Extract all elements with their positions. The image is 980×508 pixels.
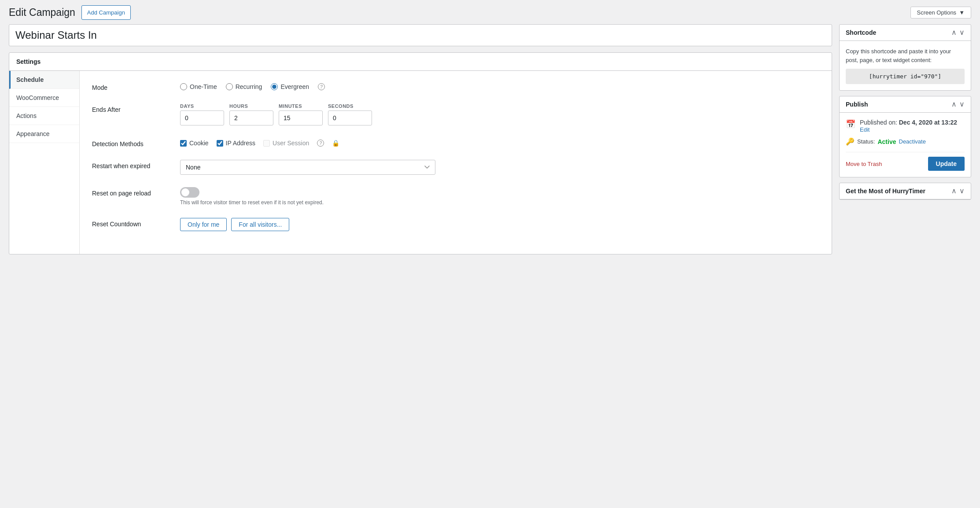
detection-help-icon[interactable]: ? [317,140,324,147]
publish-widget: Publish ∧ ∨ 📅 Published on: Dec 4, 2020 … [839,96,971,177]
reset-countdown-row: Reset Countdown Only for me For all visi… [92,218,819,231]
ip-address-checkbox[interactable] [217,140,223,147]
screen-options-button[interactable]: Screen Options ▼ [910,7,971,18]
seconds-label: SECONDS [328,103,372,109]
ends-after-row: Ends After DAYS HOURS [92,103,819,125]
shortcode-widget-header: Shortcode ∧ ∨ [840,25,971,41]
toggle-row [180,187,819,198]
page-title: Edit Campaign [9,7,75,18]
shortcode-collapse-button[interactable]: ∧ [951,29,957,36]
left-panel: Settings Schedule WooCommerce Actions Ap… [9,24,832,254]
shortcode-widget: Shortcode ∧ ∨ Copy this shortcode and pa… [839,24,971,91]
status-value: Active [877,138,896,145]
cookie-checkbox-label[interactable]: Cookie [180,140,209,147]
publish-date-row: 📅 Published on: Dec 4, 2020 at 13:22 Edi… [846,119,965,133]
reset-countdown-buttons: Only for me For all visitors... [180,218,819,231]
get-most-title: Get the Most of HurryTimer [846,188,925,195]
publish-expand-button[interactable]: ∨ [959,101,965,108]
reset-countdown-content: Only for me For all visitors... [180,218,819,231]
shortcode-description: Copy this shortcode and paste it into yo… [846,47,965,64]
restart-when-expired-select[interactable]: None [180,160,435,175]
publish-date-info: Published on: Dec 4, 2020 at 13:22 Edit [860,119,957,133]
mode-evergreen-radio[interactable] [271,83,278,90]
ends-after-content: DAYS HOURS MINUTES [180,103,819,125]
ends-after-label: Ends After [92,103,171,113]
get-most-widget-controls: ∧ ∨ [951,188,965,195]
minutes-input[interactable] [279,110,323,125]
shortcode-title: Shortcode [846,29,876,36]
time-inputs: DAYS HOURS MINUTES [180,103,819,125]
mode-one-time[interactable]: One-Time [180,83,217,90]
reset-page-reload-toggle[interactable] [180,187,199,198]
get-most-widget-header: Get the Most of HurryTimer ∧ ∨ [840,183,971,199]
sidebar-item-actions[interactable]: Actions [9,107,79,125]
sidebar-item-appearance[interactable]: Appearance [9,125,79,143]
top-bar: Edit Campaign Add Campaign Screen Option… [0,0,980,24]
deactivate-link[interactable]: Deactivate [899,138,926,145]
only-for-me-button[interactable]: Only for me [180,218,227,231]
settings-sidebar: Schedule WooCommerce Actions Appearance [9,71,80,254]
seconds-input-group: SECONDS [328,103,372,125]
shortcode-code[interactable]: [hurrytimer id="970"] [846,69,965,84]
get-most-collapse-button[interactable]: ∧ [951,188,957,195]
reset-countdown-label: Reset Countdown [92,218,171,228]
restart-expired-content: None [180,160,819,175]
sidebar-item-woocommerce[interactable]: WooCommerce [9,89,79,107]
reset-page-reload-row: Reset on page reload This will force vis… [92,187,819,206]
mode-help-icon[interactable]: ? [318,83,325,90]
update-button[interactable]: Update [928,157,965,171]
publish-status-row: 🔑 Status: Active Deactivate [846,137,965,146]
detection-methods-row: Detection Methods Cookie IP Address [92,138,819,147]
mode-label: Mode [92,81,171,91]
published-on-label: Published on: [860,119,897,126]
chevron-down-icon: ▼ [959,9,965,16]
get-most-widget: Get the Most of HurryTimer ∧ ∨ [839,183,971,200]
for-all-visitors-button[interactable]: For all visitors... [231,218,289,231]
mode-evergreen[interactable]: Evergreen [271,83,309,90]
restart-expired-row: Restart when expired None [92,160,819,175]
get-most-expand-button[interactable]: ∨ [959,188,965,195]
mode-row: Mode One-Time Recurring [92,81,819,91]
shortcode-widget-body: Copy this shortcode and paste it into yo… [840,41,971,90]
sidebar-item-schedule[interactable]: Schedule [9,71,79,89]
mode-recurring[interactable]: Recurring [226,83,262,90]
reset-page-reload-note: This will force visitor timer to reset e… [180,199,819,206]
seconds-input[interactable] [328,110,372,125]
mode-one-time-radio[interactable] [180,83,187,90]
detection-methods-label: Detection Methods [92,138,171,147]
minutes-input-group: MINUTES [279,103,323,125]
key-icon: 🔑 [846,137,855,146]
user-session-checkbox[interactable] [263,140,270,147]
mode-content: One-Time Recurring Evergreen [180,81,819,90]
campaign-title-input[interactable] [9,24,832,46]
page-title-area: Edit Campaign Add Campaign [9,5,131,20]
shortcode-widget-controls: ∧ ∨ [951,29,965,36]
hours-input[interactable] [229,110,273,125]
detection-methods-content: Cookie IP Address User Session [180,138,819,147]
publish-collapse-button[interactable]: ∧ [951,101,957,108]
lock-icon: 🔒 [332,140,339,147]
publish-actions: Move to Trash Update [846,152,965,171]
cookie-checkbox[interactable] [180,140,187,147]
hours-input-group: HOURS [229,103,273,125]
add-campaign-button[interactable]: Add Campaign [81,5,131,20]
publish-widget-header: Publish ∧ ∨ [840,96,971,113]
toggle-slider [180,187,199,198]
shortcode-expand-button[interactable]: ∨ [959,29,965,36]
move-to-trash-link[interactable]: Move to Trash [846,161,882,167]
published-date-value: Dec 4, 2020 at 13:22 [899,119,957,126]
mode-recurring-radio[interactable] [226,83,233,90]
days-label: DAYS [180,103,224,109]
days-input-group: DAYS [180,103,224,125]
ip-address-checkbox-label[interactable]: IP Address [217,140,255,147]
days-input[interactable] [180,110,224,125]
user-session-checkbox-label[interactable]: User Session [263,140,309,147]
settings-header: Settings [9,53,832,71]
reset-page-reload-content: This will force visitor timer to reset e… [180,187,819,206]
minutes-label: MINUTES [279,103,323,109]
publish-date-text: Published on: Dec 4, 2020 at 13:22 [860,119,957,126]
screen-options-label: Screen Options [917,9,957,16]
publish-edit-link[interactable]: Edit [860,126,869,133]
detection-checkbox-group: Cookie IP Address User Session [180,138,819,147]
mode-radio-group: One-Time Recurring Evergreen [180,81,819,90]
